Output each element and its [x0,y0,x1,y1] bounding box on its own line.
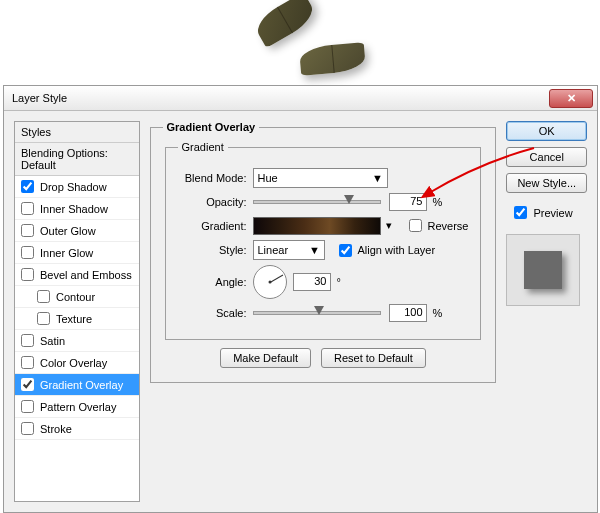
sidebar-item-label: Contour [56,291,95,303]
cancel-button[interactable]: Cancel [506,147,587,167]
sidebar-item-checkbox[interactable] [21,400,34,413]
sidebar-item[interactable]: Satin [15,330,139,352]
percent-unit: % [433,196,443,208]
chevron-down-icon: ▼ [371,171,385,185]
decorative-leaves [245,0,375,85]
sidebar-item[interactable]: Pattern Overlay [15,396,139,418]
gradient-overlay-panel: Gradient Overlay Gradient Blend Mode: Hu… [150,121,497,383]
reset-default-button[interactable]: Reset to Default [321,348,426,368]
sidebar-item[interactable]: Contour [15,286,139,308]
scale-input[interactable]: 100 [389,304,427,322]
window-title: Layer Style [12,92,549,104]
styles-sidebar: Styles Blending Options: Default Drop Sh… [14,121,140,502]
scale-label: Scale: [178,307,253,319]
sidebar-item-label: Color Overlay [40,357,107,369]
gradient-label: Gradient: [178,220,253,232]
sidebar-item-label: Pattern Overlay [40,401,116,413]
sidebar-item[interactable]: Inner Glow [15,242,139,264]
percent-unit: % [433,307,443,319]
chevron-down-icon: ▼ [308,243,322,257]
sidebar-item[interactable]: Texture [15,308,139,330]
sidebar-item-checkbox[interactable] [21,334,34,347]
sidebar-item-checkbox[interactable] [21,356,34,369]
align-checkbox[interactable]: Align with Layer [335,241,436,260]
sidebar-item-label: Satin [40,335,65,347]
layer-style-dialog: Layer Style ✕ Styles Blending Options: D… [3,85,598,513]
sidebar-item-checkbox[interactable] [21,246,34,259]
close-button[interactable]: ✕ [549,89,593,108]
sidebar-item[interactable]: Gradient Overlay [15,374,139,396]
sidebar-item-label: Inner Shadow [40,203,108,215]
opacity-slider[interactable] [253,200,381,204]
leaf-icon [299,42,366,76]
sidebar-item-checkbox[interactable] [21,268,34,281]
preview-thumbnail [506,234,580,306]
leaf-icon [252,0,319,48]
style-select[interactable]: Linear ▼ [253,240,325,260]
ok-button[interactable]: OK [506,121,587,141]
chevron-down-icon[interactable]: ▾ [382,219,396,233]
sidebar-item-checkbox[interactable] [21,224,34,237]
sidebar-header[interactable]: Styles [15,122,139,143]
opacity-label: Opacity: [178,196,253,208]
sidebar-item-checkbox[interactable] [37,312,50,325]
sidebar-item-label: Drop Shadow [40,181,107,193]
group-title: Gradient [178,141,228,153]
preview-swatch [524,251,562,289]
sidebar-item-checkbox[interactable] [21,180,34,193]
sidebar-subheader[interactable]: Blending Options: Default [15,143,139,176]
new-style-button[interactable]: New Style... [506,173,587,193]
blend-mode-label: Blend Mode: [178,172,253,184]
sidebar-item-checkbox[interactable] [37,290,50,303]
degree-unit: ° [337,276,341,288]
scale-slider[interactable] [253,311,381,315]
style-label: Style: [178,244,253,256]
sidebar-item-label: Gradient Overlay [40,379,123,391]
gradient-picker[interactable]: ▾ [253,217,381,235]
sidebar-item[interactable]: Inner Shadow [15,198,139,220]
gradient-group: Gradient Blend Mode: Hue ▼ Opacity: 75 % [165,141,482,340]
blend-mode-select[interactable]: Hue ▼ [253,168,388,188]
sidebar-item-checkbox[interactable] [21,422,34,435]
close-icon: ✕ [567,92,576,105]
reverse-checkbox[interactable]: Reverse [405,216,469,235]
panel-title: Gradient Overlay [163,121,260,133]
sidebar-item[interactable]: Drop Shadow [15,176,139,198]
titlebar: Layer Style ✕ [4,86,597,111]
sidebar-item[interactable]: Bevel and Emboss [15,264,139,286]
angle-dial[interactable] [253,265,287,299]
sidebar-item[interactable]: Outer Glow [15,220,139,242]
preview-checkbox[interactable]: Preview [510,203,587,222]
opacity-input[interactable]: 75 [389,193,427,211]
sidebar-item[interactable]: Color Overlay [15,352,139,374]
sidebar-item-checkbox[interactable] [21,202,34,215]
sidebar-item-label: Inner Glow [40,247,93,259]
sidebar-item-checkbox[interactable] [21,378,34,391]
sidebar-item[interactable]: Stroke [15,418,139,440]
angle-label: Angle: [178,276,253,288]
sidebar-item-label: Bevel and Emboss [40,269,132,281]
angle-input[interactable]: 30 [293,273,331,291]
make-default-button[interactable]: Make Default [220,348,311,368]
sidebar-item-label: Stroke [40,423,72,435]
sidebar-item-label: Outer Glow [40,225,96,237]
sidebar-item-label: Texture [56,313,92,325]
